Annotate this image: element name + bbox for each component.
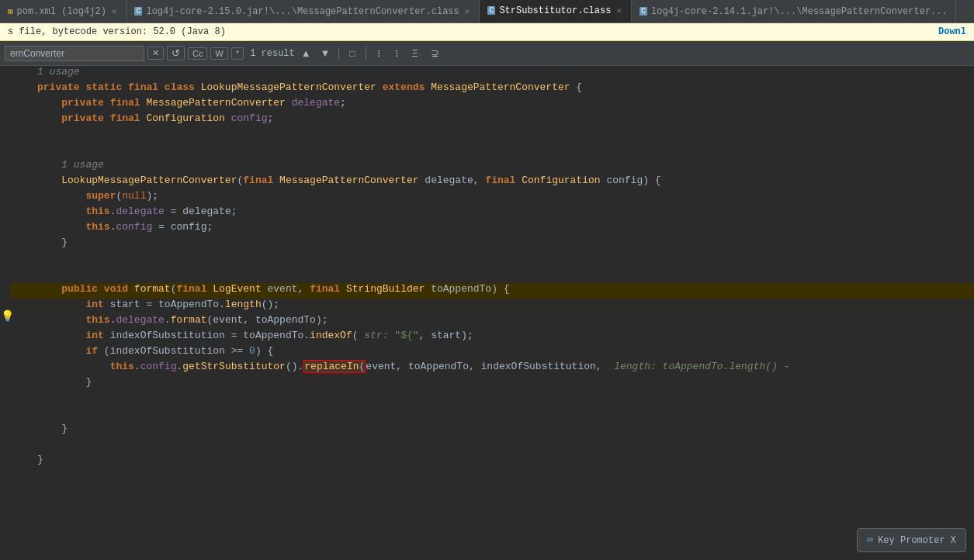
line-blank4 — [11, 268, 974, 283]
line-code: super(null); — [37, 190, 974, 202]
line-constructor: LookupMessagePatternConverter(final Mess… — [11, 175, 974, 190]
line-blank1 — [11, 128, 974, 143]
tab-label-pom: pom.xml (log4j2) — [17, 6, 106, 17]
line-code: this.delegate.format(event, toAppendTo); — [37, 314, 974, 326]
key-promoter-badge[interactable]: ⌨ Key Promoter X — [857, 528, 966, 552]
line-code — [37, 407, 974, 419]
line-code: this.config = config; — [37, 221, 974, 233]
tab-icon-class2: C — [487, 6, 495, 15]
line-blank6 — [11, 407, 974, 423]
usage1-text: 1 usage — [37, 66, 974, 78]
tab-close-converter15[interactable]: ✕ — [463, 6, 472, 16]
line-code: } — [37, 237, 974, 248]
line-delegate-format: this.delegate.format(event, toAppendTo); — [11, 314, 974, 330]
search-bar: ✕ ↺ Cc W * 1 result ▲ ▼ □ ⫶ ⫶ Ξ ⊋ — [0, 41, 974, 66]
search-separator1 — [338, 47, 339, 60]
line-blank2 — [11, 143, 974, 159]
line-blank3 — [11, 252, 974, 268]
line-code: LookupMessagePatternConverter(final Mess… — [37, 175, 974, 186]
line-code: } — [37, 423, 974, 434]
line-code — [37, 438, 974, 450]
search-next-button[interactable]: ▼ — [317, 47, 334, 60]
tab-label-converter15: log4j-core-2.15.0.jar!\...\MessagePatter… — [146, 6, 459, 17]
info-bar: s file, bytecode version: 52.0 (Java 8) … — [0, 23, 974, 41]
line-config-assign: this.config = config; — [11, 221, 974, 237]
tab-strsubstitutor[interactable]: C StrSubstitutor.class ✕ — [480, 0, 632, 22]
line-blank5 — [11, 392, 974, 407]
line-code — [37, 143, 974, 155]
line-start-var: int start = toAppendTo.length(); — [11, 299, 974, 314]
line-code: } — [37, 376, 974, 388]
line-code — [37, 392, 974, 403]
line-usage2: 1 usage — [11, 159, 974, 175]
line-close-format: } — [11, 423, 974, 438]
line-code — [37, 252, 974, 264]
line-close-if: } — [11, 376, 974, 392]
search-input[interactable] — [5, 46, 144, 61]
tab-icon-m: m — [8, 7, 13, 16]
line-blank7 — [11, 438, 974, 454]
tab-converter14[interactable]: C log4j-core-2.14.1.jar!\...\MessagePatt… — [632, 0, 956, 22]
search-option2-button[interactable]: ⫶ — [390, 45, 404, 61]
line-format-method: public void format(final LogEvent event,… — [11, 283, 974, 299]
code-area: 💡 1 usage private static final class Loo… — [0, 66, 974, 556]
usage2-text: 1 usage — [37, 159, 974, 171]
gutter: 💡 — [0, 66, 11, 556]
search-cc-button[interactable]: Cc — [188, 47, 207, 60]
tab-icon-class3: C — [640, 7, 647, 16]
line-delegate-assign: this.delegate = delegate; — [11, 206, 974, 221]
search-result-count: 1 result — [250, 48, 295, 59]
line-code: this.delegate = delegate; — [37, 206, 974, 217]
tab-close-pom[interactable]: ✕ — [110, 6, 119, 16]
line-code: int start = toAppendTo.length(); — [37, 299, 974, 310]
line-if: if (indexOfSubstitution >= 0) { — [11, 345, 974, 361]
search-filter-button[interactable]: ⊋ — [426, 45, 444, 61]
line-close-constructor: } — [11, 237, 974, 252]
code-lines: 1 usage private static final class Looku… — [11, 66, 974, 469]
line-close-class: } — [11, 454, 974, 469]
tab-bar: m pom.xml (log4j2) ✕ C log4j-core-2.15.0… — [0, 0, 974, 23]
line-code: } — [37, 454, 974, 465]
search-refresh-button[interactable]: ↺ — [167, 46, 185, 60]
line-field-delegate: private final MessagePatternConverter de… — [11, 97, 974, 112]
tab-pom[interactable]: m pom.xml (log4j2) ✕ — [0, 0, 127, 22]
line-indexof: int indexOfSubstitution = toAppendTo.ind… — [11, 330, 974, 345]
search-option3-button[interactable]: Ξ — [407, 46, 423, 61]
search-clear-button[interactable]: ✕ — [147, 47, 164, 60]
line-code: int indexOfSubstitution = toAppendTo.ind… — [37, 330, 974, 341]
line-code: if (indexOfSubstitution >= 0) { — [37, 345, 974, 357]
search-w-button[interactable]: W — [210, 47, 227, 60]
line-code: public void format(final LogEvent event,… — [37, 283, 974, 295]
tab-label-converter14: log4j-core-2.14.1.jar!\...\MessagePatter… — [651, 6, 948, 17]
code-content[interactable]: 1 usage private static final class Looku… — [11, 66, 974, 556]
line-code: private final Configuration config; — [37, 112, 974, 124]
tab-close-strsubstitutor[interactable]: ✕ — [615, 5, 623, 16]
line-super: super(null); — [11, 190, 974, 206]
tab-label-strsubstitutor: StrSubstitutor.class — [499, 5, 611, 16]
line-field-config: private final Configuration config; — [11, 112, 974, 128]
tab-converter15[interactable]: C log4j-core-2.15.0.jar!\...\MessagePatt… — [127, 0, 480, 22]
line-replace-in: this.config.getStrSubstitutor().replaceI… — [11, 361, 974, 376]
search-option1-button[interactable]: ⫶ — [372, 45, 386, 61]
info-bar-text: s file, bytecode version: 52.0 (Java 8) — [8, 26, 226, 37]
download-link[interactable]: Downl — [938, 26, 966, 37]
line-code — [37, 268, 974, 279]
search-regex-button[interactable]: * — [231, 47, 244, 60]
tab-icon-class1: C — [134, 7, 142, 16]
search-separator2 — [366, 47, 366, 60]
search-prev-button[interactable]: ▲ — [298, 47, 314, 60]
line-code: private static final class LookupMessage… — [37, 81, 974, 93]
line-code: this.config.getStrSubstitutor().replaceI… — [37, 361, 974, 372]
line-code — [37, 128, 974, 140]
line-code: private final MessagePatternConverter de… — [37, 97, 974, 109]
line-usage1: 1 usage — [11, 66, 974, 81]
keyboard-icon: ⌨ — [867, 534, 873, 547]
search-expand-button[interactable]: □ — [345, 46, 359, 61]
key-promoter-label: Key Promoter X — [878, 535, 956, 546]
line-class-decl: private static final class LookupMessage… — [11, 81, 974, 97]
